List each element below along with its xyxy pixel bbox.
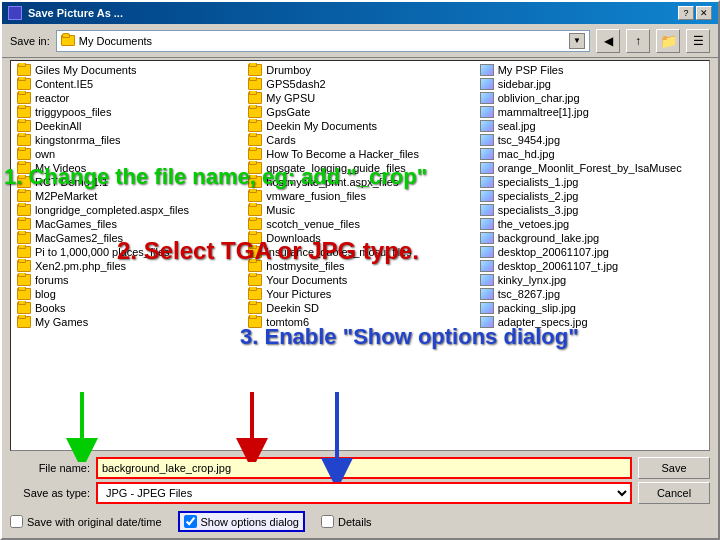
- list-item[interactable]: desktop_20061107.jpg: [476, 245, 707, 259]
- new-folder-button[interactable]: 📁: [656, 29, 680, 53]
- details-checkbox[interactable]: [321, 515, 334, 528]
- list-item[interactable]: My GPSU: [244, 91, 475, 105]
- folder-icon: [248, 190, 262, 202]
- view-icon: ☰: [693, 34, 704, 48]
- list-item[interactable]: My Games: [13, 315, 244, 329]
- list-item[interactable]: Music: [244, 203, 475, 217]
- list-item[interactable]: hostmysite_files: [244, 259, 475, 273]
- list-item[interactable]: own: [13, 147, 244, 161]
- list-item[interactable]: Drumboy: [244, 63, 475, 77]
- list-item[interactable]: adapter_specs.jpg: [476, 315, 707, 329]
- list-item[interactable]: desktop_20061107_t.jpg: [476, 259, 707, 273]
- save-button[interactable]: Save: [638, 457, 710, 479]
- list-item[interactable]: M2PeMarket: [13, 189, 244, 203]
- folder-icon: [17, 92, 31, 104]
- list-item[interactable]: mac_hd.jpg: [476, 147, 707, 161]
- item-name: the_vetoes.jpg: [498, 218, 570, 230]
- checkbox-row: Save with original date/time Show option…: [10, 507, 710, 534]
- up-button[interactable]: ↑: [626, 29, 650, 53]
- list-item[interactable]: specialists_3.jpg: [476, 203, 707, 217]
- details-label[interactable]: Details: [338, 516, 372, 528]
- list-item[interactable]: Books: [13, 301, 244, 315]
- image-icon: [480, 162, 494, 174]
- list-item[interactable]: GPS5dash2: [244, 77, 475, 91]
- combo-arrow[interactable]: ▼: [569, 33, 585, 49]
- list-item[interactable]: forums: [13, 273, 244, 287]
- list-item[interactable]: Pi to 1,000,000 places_files: [13, 245, 244, 259]
- save-original-date-label[interactable]: Save with original date/time: [27, 516, 162, 528]
- list-item[interactable]: mammaltree[1].jpg: [476, 105, 707, 119]
- image-icon: [480, 134, 494, 146]
- list-item[interactable]: Deekin My Documents: [244, 119, 475, 133]
- list-item[interactable]: blog: [13, 287, 244, 301]
- cancel-button[interactable]: Cancel: [638, 482, 710, 504]
- item-name: longridge_completed.aspx_files: [35, 204, 189, 216]
- save-in-combo[interactable]: My Documents ▼: [56, 30, 590, 52]
- list-item[interactable]: specialists_2.jpg: [476, 189, 707, 203]
- list-item[interactable]: sidebar.jpg: [476, 77, 707, 91]
- image-icon: [480, 288, 494, 300]
- save-original-date-checkbox[interactable]: [10, 515, 23, 528]
- back-button[interactable]: ◀: [596, 29, 620, 53]
- show-options-checkbox[interactable]: [184, 515, 197, 528]
- list-item[interactable]: MacGames2_files: [13, 231, 244, 245]
- list-item[interactable]: reactor: [13, 91, 244, 105]
- list-item[interactable]: hostmysite_print.aspx_files: [244, 175, 475, 189]
- list-item[interactable]: tsc_8267.jpg: [476, 287, 707, 301]
- item-name: tomtom6: [266, 316, 309, 328]
- list-item[interactable]: kinky_lynx.jpg: [476, 273, 707, 287]
- list-item[interactable]: Your Pictures: [244, 287, 475, 301]
- folder-icon: [248, 148, 262, 160]
- list-item[interactable]: DeekinAll: [13, 119, 244, 133]
- item-name: tsc_8267.jpg: [498, 288, 560, 300]
- list-item[interactable]: vmware_fusion_files: [244, 189, 475, 203]
- list-item[interactable]: orange_Moonlit_Forest_by_IsaMusec: [476, 161, 707, 175]
- folder-icon: [17, 218, 31, 230]
- list-item[interactable]: insurance_quotes_mosu_files: [244, 245, 475, 259]
- list-item[interactable]: gpsgate_logging_guide_files: [244, 161, 475, 175]
- close-button[interactable]: ✕: [696, 6, 712, 20]
- list-item[interactable]: Downloads: [244, 231, 475, 245]
- list-item[interactable]: background_lake.jpg: [476, 231, 707, 245]
- list-item[interactable]: tsc_9454.jpg: [476, 133, 707, 147]
- image-icon: [480, 204, 494, 216]
- list-item[interactable]: Giles My Documents: [13, 63, 244, 77]
- list-item[interactable]: My Videos: [13, 161, 244, 175]
- view-button[interactable]: ☰: [686, 29, 710, 53]
- title-bar: Save Picture As ... ? ✕: [2, 2, 718, 24]
- help-button[interactable]: ?: [678, 6, 694, 20]
- list-item[interactable]: specialists_1.jpg: [476, 175, 707, 189]
- item-name: Your Documents: [266, 274, 347, 286]
- list-item[interactable]: My PSP Files: [476, 63, 707, 77]
- list-item[interactable]: Content.IE5: [13, 77, 244, 91]
- filename-input[interactable]: [96, 457, 632, 479]
- list-item[interactable]: Xen2.pm.php_files: [13, 259, 244, 273]
- list-item[interactable]: Deekin SD: [244, 301, 475, 315]
- list-item[interactable]: the_vetoes.jpg: [476, 217, 707, 231]
- list-item[interactable]: MacGames_files: [13, 217, 244, 231]
- list-item[interactable]: tomtom6: [244, 315, 475, 329]
- list-item[interactable]: RCT Demo 1.1: [13, 175, 244, 189]
- list-item[interactable]: How To Become a Hacker_files: [244, 147, 475, 161]
- item-name: MacGames2_files: [35, 232, 123, 244]
- list-item[interactable]: longridge_completed.aspx_files: [13, 203, 244, 217]
- list-item[interactable]: GpsGate: [244, 105, 475, 119]
- list-item[interactable]: packing_slip.jpg: [476, 301, 707, 315]
- item-name: My PSP Files: [498, 64, 564, 76]
- list-item[interactable]: oblivion_char.jpg: [476, 91, 707, 105]
- list-item[interactable]: kingstonrma_files: [13, 133, 244, 147]
- list-item[interactable]: Your Documents: [244, 273, 475, 287]
- image-icon: [480, 148, 494, 160]
- list-item[interactable]: scotch_venue_files: [244, 217, 475, 231]
- item-name: How To Become a Hacker_files: [266, 148, 419, 160]
- item-name: MacGames_files: [35, 218, 117, 230]
- item-name: specialists_1.jpg: [498, 176, 579, 188]
- show-options-label[interactable]: Show options dialog: [201, 516, 299, 528]
- list-item[interactable]: seal.jpg: [476, 119, 707, 133]
- item-name: gpsgate_logging_guide_files: [266, 162, 405, 174]
- savetype-select[interactable]: JPG - JPEG FilesTGA - TargaPNG - Portabl…: [96, 482, 632, 504]
- list-item[interactable]: Cards: [244, 133, 475, 147]
- list-item[interactable]: triggypoos_files: [13, 105, 244, 119]
- save-picture-dialog: Save Picture As ... ? ✕ Save in: My Docu…: [0, 0, 720, 540]
- folder-icon: [17, 302, 31, 314]
